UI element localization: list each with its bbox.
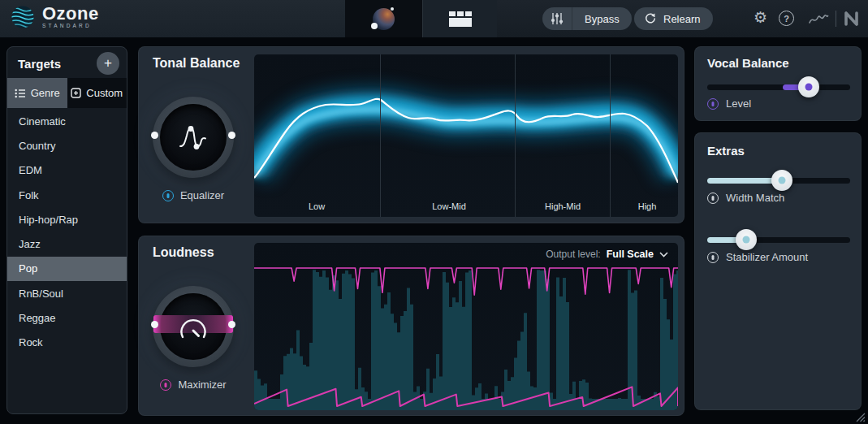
extras-title: Extras [707, 144, 745, 158]
output-level-value: Full Scale [607, 249, 654, 260]
genre-list: Cinematic Country EDM Folk Hip-hop/Rap J… [7, 109, 127, 355]
band-divider [380, 54, 381, 217]
ozone-app-window: Ozone STANDARD Bypass [0, 0, 868, 424]
equalizer-power-button[interactable] [162, 190, 174, 201]
genre-item-jazz[interactable]: Jazz [7, 231, 127, 256]
vocal-level-slider[interactable] [707, 76, 850, 97]
stabilizer-amount-slider[interactable] [707, 229, 850, 250]
tab-genre[interactable]: Genre [7, 78, 67, 108]
chevron-down-icon [659, 252, 668, 257]
list-icon [15, 89, 26, 98]
io-reference-button[interactable] [542, 7, 572, 30]
stabilizer-power-button[interactable] [707, 252, 719, 263]
tonal-balance-panel: Tonal Balance Equalizer [138, 46, 684, 223]
loudness-waveform [254, 264, 678, 410]
vocal-level-label: Level [726, 97, 751, 110]
top-bar: Ozone STANDARD Bypass [0, 0, 868, 37]
resize-handle[interactable] [855, 412, 866, 422]
genre-item-rnb-soul[interactable]: RnB/Soul [7, 281, 127, 305]
knob-max-dot [228, 321, 235, 328]
eq-curve-icon [178, 120, 209, 154]
vocal-balance-panel: Vocal Balance Level [694, 46, 862, 121]
knob-min-dot [151, 132, 158, 139]
topbar-divider [836, 11, 836, 27]
spectrum-curve [254, 54, 678, 217]
assistant-sphere-icon [373, 8, 395, 30]
gauge-icon [175, 314, 211, 344]
maximizer-power-button[interactable] [160, 379, 171, 391]
knob-max-dot [228, 132, 235, 139]
knob-min-dot [151, 321, 158, 328]
vocal-level-power-button[interactable] [707, 98, 719, 110]
slider-thumb[interactable] [736, 229, 757, 250]
output-level-dropdown[interactable]: Output level: Full Scale [546, 249, 668, 260]
band-label-high: High [638, 201, 657, 211]
band-label-highmid: High-Mid [545, 201, 581, 211]
extras-panel: Extras Width Match Stabilizer Amount [694, 132, 862, 410]
width-match-slider[interactable] [707, 170, 850, 191]
tab-custom[interactable]: Custom [67, 78, 127, 108]
stabilizer-label: Stabilizer Amount [726, 251, 808, 263]
settings-gear-icon[interactable]: ⚙ [754, 9, 767, 27]
izotope-logo-icon[interactable] [808, 11, 829, 27]
thumb-dot [742, 236, 749, 244]
relearn-refresh-icon [644, 12, 657, 25]
loudness-title: Loudness [153, 245, 214, 260]
genre-item-rock[interactable]: Rock [7, 331, 127, 355]
thumb-dot [805, 84, 812, 91]
genre-item-country[interactable]: Country [7, 133, 127, 158]
ozone-logo: Ozone STANDARD [11, 5, 99, 29]
plus-square-icon [71, 88, 81, 98]
genre-item-pop[interactable]: Pop [7, 257, 127, 281]
ozone-sphere-icon [11, 5, 35, 29]
tab-genre-label: Genre [31, 87, 60, 99]
thumb-dot [778, 177, 785, 184]
targets-sidebar: Targets + Genre Custom Cinematic [6, 46, 127, 414]
tab-custom-label: Custom [86, 87, 123, 99]
app-name: Ozone [42, 6, 99, 22]
vocal-balance-title: Vocal Balance [707, 56, 789, 70]
modules-icon [448, 11, 473, 27]
target-type-tabs: Genre Custom [7, 78, 127, 108]
output-level-label: Output level: [546, 249, 600, 260]
help-icon[interactable]: ? [779, 11, 794, 26]
genre-item-reggae[interactable]: Reggae [7, 305, 127, 330]
loudness-panel: Loudness Maximizer Output level: Full Sc… [138, 236, 684, 416]
add-target-button[interactable]: + [97, 52, 119, 75]
targets-title: Targets [18, 57, 61, 71]
band-divider [515, 54, 516, 217]
ni-logo-icon [844, 11, 862, 26]
tonal-balance-title: Tonal Balance [153, 56, 240, 71]
genre-item-edm[interactable]: EDM [7, 158, 127, 183]
tab-assistant-view[interactable] [345, 0, 422, 37]
band-divider [610, 54, 611, 217]
tonal-balance-display: Low Low-Mid High-Mid High [254, 54, 678, 217]
slider-thumb[interactable] [798, 76, 819, 97]
genre-item-cinematic[interactable]: Cinematic [7, 109, 127, 133]
faders-icon [550, 11, 564, 26]
bypass-button[interactable]: Bypass [572, 13, 632, 25]
loudness-display: Output level: Full Scale [254, 243, 678, 410]
width-match-power-button[interactable] [707, 193, 719, 204]
slider-thumb[interactable] [771, 170, 792, 191]
equalizer-knob[interactable] [153, 97, 234, 178]
tab-detailed-view[interactable] [422, 0, 499, 37]
app-edition: STANDARD [42, 23, 99, 28]
maximizer-knob[interactable] [153, 286, 234, 367]
genre-item-hiphop-rap[interactable]: Hip-hop/Rap [7, 207, 127, 231]
genre-item-folk[interactable]: Folk [7, 183, 127, 207]
bypass-group: Bypass [542, 7, 632, 30]
band-label-lowmid: Low-Mid [432, 201, 466, 211]
slider-track [707, 84, 850, 90]
maximizer-label: Maximizer [178, 379, 226, 391]
relearn-button[interactable]: Relearn [634, 7, 713, 30]
equalizer-label: Equalizer [180, 189, 224, 201]
width-match-label: Width Match [726, 192, 784, 204]
relearn-label: Relearn [663, 13, 701, 25]
band-label-low: Low [309, 201, 325, 211]
